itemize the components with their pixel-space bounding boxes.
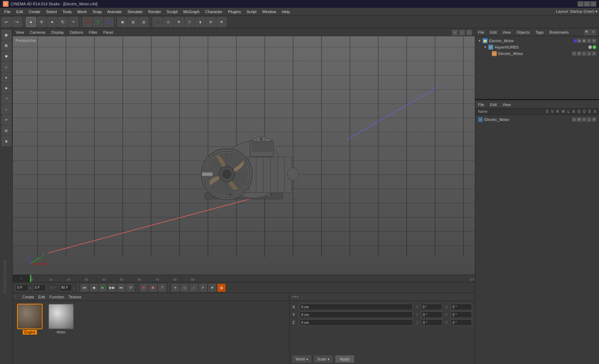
redo-button[interactable]: ↪ [12, 17, 22, 27]
menu-window[interactable]: Window [259, 9, 279, 15]
maximize-button[interactable]: □ [584, 1, 590, 6]
model-mode-button[interactable]: ◈ [1, 30, 11, 40]
rotate-tool-button[interactable]: ↻ [58, 17, 68, 27]
loop-button[interactable]: ↺ [127, 284, 134, 292]
menu-snap[interactable]: Snap [90, 9, 105, 15]
viewport-menu-view[interactable]: View [16, 30, 24, 34]
coord-y-pos[interactable] [300, 311, 413, 318]
obj-menu-objects[interactable]: Objects [516, 30, 529, 34]
prev-frame-button[interactable]: ◀ [90, 284, 98, 292]
material-manager-content[interactable]: M Electric_Motor ◻ ⊞ ▷ △ ✕ [475, 115, 599, 364]
menu-edit[interactable]: Edit [13, 9, 26, 15]
mat-header-file[interactable]: File [478, 103, 484, 107]
render-region-button[interactable]: ▣ [117, 17, 127, 27]
menu-character[interactable]: Character [202, 9, 225, 15]
render-queue-button[interactable]: ▤ [128, 17, 138, 27]
mat-menu-edit[interactable]: Edit [38, 295, 45, 299]
selection-tool-button[interactable]: ● [26, 17, 36, 27]
next-frame-button[interactable]: ▶▶ [108, 284, 116, 292]
menu-mesh[interactable]: Mesh [75, 9, 90, 15]
world-mode-dropdown[interactable]: World ▾ [292, 355, 311, 363]
obj-item-motor-child[interactable]: ▶ M Electric_Motor ◻ ⊞ ▷ △ ✕ [475, 50, 599, 57]
obj-menu-edit[interactable]: Edit [490, 30, 497, 34]
mat-menu-create[interactable]: Create [22, 295, 34, 299]
viewport-menu-filter[interactable]: Filter [89, 30, 97, 34]
menu-select[interactable]: Select [43, 9, 60, 15]
viewport-menu-display[interactable]: Display [51, 30, 64, 34]
obj-search-button[interactable]: 🔍 [584, 29, 590, 35]
apply-button[interactable]: Apply [335, 355, 355, 363]
scale-key-button[interactable]: ○ [190, 284, 198, 292]
point-mode-button[interactable]: ▲ [1, 72, 11, 82]
obj-menu-file[interactable]: File [478, 30, 484, 34]
menu-file[interactable]: File [1, 9, 13, 15]
go-to-end-button[interactable]: ⏭ [117, 284, 125, 292]
menu-help[interactable]: Help [279, 9, 293, 15]
texture-mode-button[interactable]: ⏚ [1, 104, 11, 114]
coord-b-val[interactable] [421, 319, 443, 326]
x-axis-button[interactable]: X [82, 17, 92, 27]
move-key-button[interactable]: ✛ [171, 284, 179, 292]
undo-button[interactable]: ↩ [1, 17, 11, 27]
mat-header-view[interactable]: View [502, 103, 511, 107]
material-preview-engine[interactable] [17, 304, 43, 329]
layer-mode-button[interactable]: ▤ [1, 126, 11, 136]
close-button[interactable]: × [590, 1, 596, 6]
obj-menu-bookmarks[interactable]: Bookmarks [549, 30, 569, 34]
menu-sculpt[interactable]: Sculpt [164, 9, 181, 15]
menu-create[interactable]: Create [26, 9, 43, 15]
end-frame-input[interactable] [59, 284, 72, 291]
scene-canvas[interactable]: Y X Z [13, 36, 475, 275]
mat-menu-function[interactable]: Function [49, 295, 64, 299]
timeline-ruler[interactable]: 0 0 10 20 30 40 50 60 70 80 90 0 F [13, 275, 475, 282]
deformer-button[interactable]: ⟨⟩ [185, 17, 194, 27]
menu-mograph[interactable]: MoGraph [180, 9, 202, 15]
viewport-menu-cameras[interactable]: Cameras [30, 30, 46, 34]
viewport-zoom-fit[interactable]: + [452, 30, 458, 35]
viewport-menu-options[interactable]: Options [70, 30, 83, 34]
mat-header-edit[interactable]: Edit [490, 103, 497, 107]
obj-item-hypernurbs[interactable]: ▼ N HyperNURBS [475, 44, 599, 50]
rotate-key-button[interactable]: ◻ [181, 284, 188, 292]
array-button[interactable]: ❖ [174, 17, 184, 27]
object-manager-content[interactable]: ▼ 📁 Electric_Motor ◈ ▶ △ ✕ ▼ [475, 36, 599, 99]
record-stop-button[interactable]: ⏹ [149, 284, 157, 292]
z-axis-button[interactable]: Z [104, 17, 114, 27]
material-slot-hrom[interactable]: Hrom [47, 304, 75, 361]
paint-button[interactable]: ◗ [195, 17, 205, 27]
material-slot-engine[interactable]: Engine [16, 304, 44, 361]
viewport-zoom-out[interactable]: ○ [459, 30, 465, 35]
menu-script[interactable]: Script [244, 9, 259, 15]
all-key-button[interactable]: ❖ [208, 284, 216, 292]
sculpt-mode-button[interactable]: ⟳ [1, 115, 11, 125]
coord-b-field[interactable] [451, 319, 472, 326]
polygon-mode-button[interactable]: ◼ [1, 51, 11, 61]
obj-menu-view[interactable]: View [502, 30, 511, 34]
edge-mode-button[interactable]: △ [1, 62, 11, 72]
nurbs-button[interactable]: ◎ [163, 17, 173, 27]
add-object-button[interactable]: + [68, 17, 78, 27]
menu-render[interactable]: Render [145, 9, 164, 15]
scale-mode-dropdown[interactable]: Scale ▾ [314, 355, 333, 363]
viewport-maximize[interactable]: □ [466, 30, 472, 35]
viewport-area[interactable]: View Cameras Display Options Filter Pane… [13, 28, 475, 275]
paint-mode-button[interactable]: ◉ [1, 136, 11, 146]
go-to-start-button[interactable]: ⏮ [81, 284, 88, 292]
help-button[interactable]: ? [158, 284, 166, 292]
obj-menu-tags[interactable]: Tags [535, 30, 544, 34]
object-mode-button[interactable]: ◆ [1, 83, 11, 93]
render-view-button[interactable]: ▥ [139, 17, 149, 27]
camera-button[interactable]: ⊞ [206, 17, 216, 27]
menu-tools[interactable]: Tools [60, 9, 75, 15]
obj-filter-button[interactable]: ▼ [590, 29, 596, 35]
coord-h-val[interactable] [421, 304, 442, 310]
move-tool-button[interactable]: ✛ [37, 17, 46, 27]
menu-simulate[interactable]: Simulate [125, 9, 145, 15]
material-preview-hrom[interactable] [48, 304, 74, 329]
coord-p-val[interactable] [421, 311, 443, 318]
coord-x-pos[interactable] [300, 304, 413, 310]
coord-h-field[interactable] [451, 304, 472, 310]
scale-tool-button[interactable]: ■ [47, 17, 57, 27]
light-button[interactable]: ☀ [216, 17, 226, 27]
mat-row-electric-motor[interactable]: M Electric_Motor ◻ ⊞ ▷ △ ✕ [477, 116, 598, 123]
